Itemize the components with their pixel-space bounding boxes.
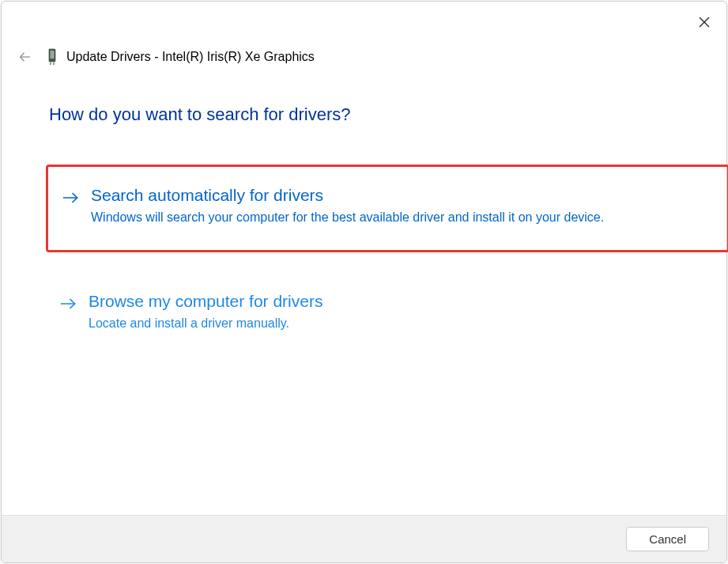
back-arrow-icon [18,50,32,64]
close-icon [698,16,711,28]
option-text-group: Search automatically for drivers Windows… [91,186,664,226]
window-title: Update Drivers - Intel(R) Iris(R) Xe Gra… [66,50,315,64]
header-row: Update Drivers - Intel(R) Iris(R) Xe Gra… [2,36,726,66]
update-drivers-dialog: Update Drivers - Intel(R) Iris(R) Xe Gra… [1,1,727,563]
option-text-group: Browse my computer for drivers Locate an… [89,292,663,332]
back-button[interactable] [16,47,35,66]
main-heading: How do you want to search for drivers? [49,104,679,125]
option-search-automatically[interactable]: Search automatically for drivers Windows… [46,165,728,252]
cancel-button[interactable]: Cancel [626,527,709,551]
arrow-right-icon [62,191,78,205]
svg-rect-5 [50,62,51,65]
device-icon [46,48,58,66]
svg-rect-4 [51,51,55,59]
option-description: Windows will search your computer for th… [91,208,664,226]
content-area: How do you want to search for drivers? S… [2,66,726,515]
arrow-right-icon [60,297,76,311]
option-browse-computer[interactable]: Browse my computer for drivers Locate an… [49,273,679,356]
dialog-footer: Cancel [2,515,726,562]
option-title: Browse my computer for drivers [89,292,663,311]
close-button[interactable] [695,13,714,32]
option-title: Search automatically for drivers [91,186,664,205]
option-description: Locate and install a driver manually. [89,314,663,332]
svg-rect-6 [53,62,55,65]
